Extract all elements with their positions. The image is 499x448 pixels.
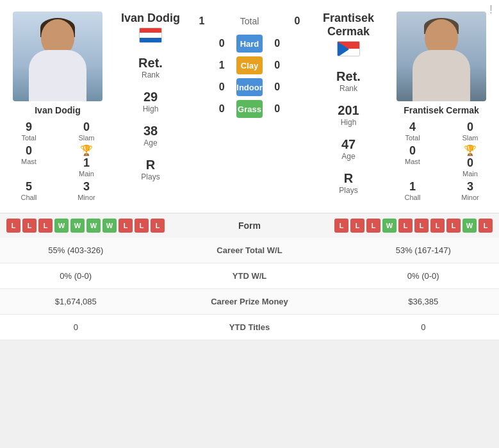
surface-rows: 0 Hard 0 1 Clay 0 0 Indoor 0 0 Grass 0 bbox=[212, 31, 286, 122]
left-player-name: Ivan Dodig bbox=[35, 105, 81, 115]
left-stats-grid: 9 Total 0 Slam 0 Mast 🏆 1 Main 5 bbox=[3, 120, 113, 201]
surface-right-score-0: 0 bbox=[268, 38, 287, 49]
stats-right-value-1: 0% (0-0) bbox=[347, 263, 499, 289]
stats-label-1: YTD W/L bbox=[152, 263, 348, 289]
left-player-photo bbox=[13, 12, 102, 101]
stats-table-row: 0 YTD Titles 0 bbox=[0, 315, 499, 340]
form-badge-9: L bbox=[151, 219, 165, 233]
form-badge-8: W bbox=[462, 219, 477, 233]
info-icon[interactable]: ! bbox=[489, 3, 493, 17]
form-badge-9: L bbox=[479, 219, 493, 233]
form-badge-6: W bbox=[102, 219, 117, 233]
surface-left-score-2: 0 bbox=[212, 81, 231, 93]
surface-right-score-2: 0 bbox=[268, 81, 287, 93]
surface-btn-hard[interactable]: Hard bbox=[236, 35, 262, 53]
left-plays-block: R Plays bbox=[141, 158, 160, 181]
form-badge-1: L bbox=[22, 219, 37, 233]
left-stat-minor: 3 Minor bbox=[60, 180, 113, 201]
center-column: 1 Total 0 0 Hard 0 1 Clay 0 0 Indoor 0 0… bbox=[186, 6, 313, 206]
form-badge-7: L bbox=[119, 219, 133, 233]
surface-btn-grass[interactable]: Grass bbox=[236, 100, 262, 118]
stats-label-2: Career Prize Money bbox=[152, 289, 348, 315]
surface-row-clay: 1 Clay 0 bbox=[212, 56, 286, 74]
right-high-block: 201 High bbox=[338, 103, 359, 127]
stats-label-0: Career Total W/L bbox=[152, 238, 348, 263]
right-trophy-icon: 🏆 bbox=[464, 144, 477, 156]
form-badge-7: L bbox=[446, 219, 461, 233]
right-rank-block: Ret. Rank bbox=[336, 69, 361, 93]
stats-right-value-3: 0 bbox=[347, 315, 499, 340]
total-right-score: 0 bbox=[288, 15, 307, 27]
stats-table-row: 0% (0-0) YTD W/L 0% (0-0) bbox=[0, 263, 499, 289]
form-badge-6: L bbox=[430, 219, 445, 233]
right-player-name-center: Frantisek Cermak bbox=[316, 12, 381, 38]
stats-left-value-2: $1,674,085 bbox=[0, 289, 152, 315]
left-stat-total: 9 Total bbox=[3, 120, 55, 142]
form-badge-3: W bbox=[382, 219, 397, 233]
right-stat-slam: 0 Slam bbox=[444, 120, 496, 142]
czech-flag-icon bbox=[337, 41, 360, 56]
right-age-block: 47 Age bbox=[341, 137, 356, 161]
left-trophy-icon: 🏆 bbox=[80, 144, 93, 156]
left-rank-block: Ret. Rank bbox=[138, 56, 163, 79]
right-player-name: Frantisek Cermak bbox=[404, 105, 479, 115]
stats-left-value-3: 0 bbox=[0, 315, 152, 340]
form-badge-2: L bbox=[366, 219, 380, 233]
total-label: Total bbox=[240, 16, 259, 26]
surface-row-hard: 0 Hard 0 bbox=[212, 35, 286, 53]
right-stat-main: 🏆 0 Main bbox=[444, 144, 496, 178]
form-badge-5: L bbox=[414, 219, 429, 233]
form-badge-5: W bbox=[86, 219, 101, 233]
right-player-photo bbox=[397, 12, 486, 101]
right-mid-stats: Frantisek Cermak Ret. Rank 201 High 47 A… bbox=[313, 6, 384, 206]
right-stat-total: 4 Total bbox=[386, 120, 439, 142]
surface-right-score-3: 0 bbox=[268, 103, 287, 115]
right-plays-block: R Plays bbox=[339, 171, 357, 195]
players-section: Ivan Dodig 9 Total 0 Slam 0 Mast 🏆 1 Ma bbox=[0, 0, 499, 213]
surface-btn-clay[interactable]: Clay bbox=[236, 56, 262, 74]
form-badge-0: L bbox=[334, 219, 348, 233]
surface-btn-indoor[interactable]: Indoor bbox=[236, 78, 262, 96]
surface-row-grass: 0 Grass 0 bbox=[212, 100, 286, 118]
left-flag bbox=[139, 28, 162, 46]
stats-table-row: $1,674,085 Career Prize Money $36,385 bbox=[0, 289, 499, 315]
left-stat-mast: 0 Mast bbox=[3, 144, 55, 178]
form-badge-1: L bbox=[350, 219, 364, 233]
stats-left-value-1: 0% (0-0) bbox=[0, 263, 152, 289]
total-row: 1 Total 0 bbox=[192, 15, 307, 27]
form-badge-4: W bbox=[70, 219, 85, 233]
stats-table: 55% (403-326) Career Total W/L 53% (167-… bbox=[0, 238, 499, 340]
left-high-block: 29 High bbox=[143, 90, 159, 113]
left-age-block: 38 Age bbox=[143, 124, 158, 147]
left-mid-stats: Ivan Dodig Ret. Rank 29 High 38 Age R Pl… bbox=[115, 6, 186, 206]
left-player-card: Ivan Dodig 9 Total 0 Slam 0 Mast 🏆 1 Ma bbox=[0, 6, 115, 206]
surface-left-score-0: 0 bbox=[212, 38, 231, 49]
stats-right-value-2: $36,385 bbox=[347, 289, 499, 315]
form-label: Form bbox=[224, 220, 275, 231]
stats-tbody: 55% (403-326) Career Total W/L 53% (167-… bbox=[0, 238, 499, 340]
left-stat-chall: 5 Chall bbox=[3, 180, 55, 201]
surface-row-indoor: 0 Indoor 0 bbox=[212, 78, 286, 96]
right-flag bbox=[337, 41, 360, 59]
right-stat-chall: 1 Chall bbox=[386, 180, 439, 201]
right-stat-mast: 0 Mast bbox=[386, 144, 439, 178]
right-form-badges: LLLWLLLLWL bbox=[334, 219, 493, 233]
form-badge-3: W bbox=[54, 219, 69, 233]
right-stat-minor: 3 Minor bbox=[444, 180, 496, 201]
form-badge-8: L bbox=[135, 219, 149, 233]
left-player-name-center: Ivan Dodig bbox=[121, 12, 180, 25]
surface-left-score-3: 0 bbox=[212, 103, 231, 115]
right-stats-grid: 4 Total 0 Slam 0 Mast 🏆 0 Main 1 bbox=[386, 120, 496, 201]
stats-left-value-0: 55% (403-326) bbox=[0, 238, 152, 263]
total-left-score: 1 bbox=[192, 15, 211, 27]
left-form-badges: LLLWWWWLLL bbox=[6, 219, 165, 233]
surface-left-score-1: 1 bbox=[212, 60, 231, 71]
form-badge-4: L bbox=[398, 219, 413, 233]
left-stat-main: 🏆 1 Main bbox=[60, 144, 113, 178]
croatia-flag-icon bbox=[139, 28, 162, 43]
form-badge-0: L bbox=[6, 219, 20, 233]
form-section: LLLWWWWLLL Form LLLWLLLLWL bbox=[0, 213, 499, 238]
form-badge-2: L bbox=[38, 219, 53, 233]
stats-label-3: YTD Titles bbox=[152, 315, 348, 340]
main-container: ! Ivan Dodig 9 Total 0 Slam 0 bbox=[0, 0, 499, 340]
